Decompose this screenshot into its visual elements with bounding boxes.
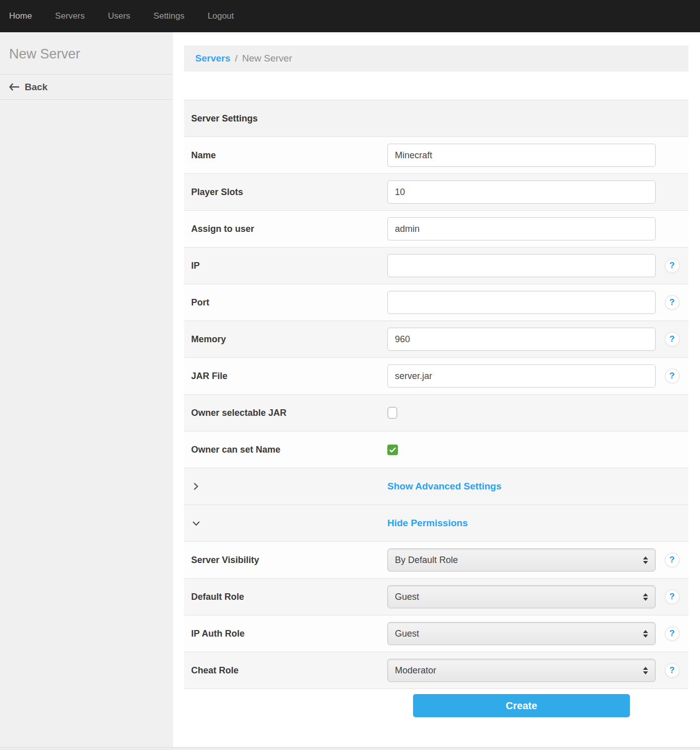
field-control-cell: Guest bbox=[387, 622, 656, 645]
field-control-cell bbox=[387, 328, 656, 351]
owner-selectable-jar-checkbox[interactable] bbox=[387, 407, 397, 419]
memory-input[interactable] bbox=[387, 328, 656, 351]
field-control-cell: By Default Role bbox=[387, 548, 656, 572]
ip-auth-role-select-value: Guest bbox=[395, 629, 419, 639]
form-row-name: Name bbox=[184, 137, 688, 174]
field-control-cell bbox=[387, 364, 656, 388]
field-label-name: Name bbox=[191, 150, 216, 161]
field-help-cell: ? bbox=[656, 663, 688, 678]
field-label-owner-can-set-name: Owner can set Name bbox=[191, 445, 280, 455]
form-row-cheat-role: Cheat RoleModerator? bbox=[184, 652, 688, 689]
field-label-cell: Cheat Role bbox=[184, 665, 387, 676]
toggle-chevron-cell bbox=[184, 519, 387, 528]
field-control-cell bbox=[387, 217, 656, 240]
breadcrumb-link-servers[interactable]: Servers bbox=[195, 53, 230, 64]
field-help-cell: ? bbox=[656, 368, 688, 384]
field-help-cell: ? bbox=[656, 552, 688, 568]
default-role-select[interactable]: Guest bbox=[387, 585, 656, 608]
nav-item-servers[interactable]: Servers bbox=[55, 11, 85, 21]
form-section-title: Server Settings bbox=[191, 113, 258, 124]
owner-can-set-name-checkbox[interactable] bbox=[387, 445, 398, 455]
field-label-ip: IP bbox=[191, 261, 200, 271]
main-content: Servers / New Server Server Settings Nam… bbox=[173, 32, 700, 750]
form-row-hide-permissions: Hide Permissions bbox=[184, 505, 688, 542]
field-label-cell: JAR File bbox=[184, 371, 387, 382]
field-label-memory: Memory bbox=[191, 334, 226, 345]
name-input[interactable] bbox=[387, 144, 656, 167]
nav-item-home[interactable]: Home bbox=[9, 11, 32, 21]
field-control-cell bbox=[387, 291, 656, 314]
form-row-owner-selectable-jar: Owner selectable JAR bbox=[184, 395, 688, 431]
chevron-down-icon[interactable] bbox=[191, 519, 201, 528]
field-label-cell: Memory bbox=[184, 334, 387, 345]
toggle-chevron-cell bbox=[184, 482, 387, 491]
memory-help-icon[interactable]: ? bbox=[665, 332, 680, 347]
field-control-cell bbox=[387, 407, 656, 419]
field-label-cell: Server Visibility bbox=[184, 555, 387, 566]
cheat-role-help-icon[interactable]: ? bbox=[665, 663, 680, 678]
cheat-role-select-value: Moderator bbox=[395, 665, 436, 676]
toggle-show-advanced-settings[interactable]: Show Advanced Settings bbox=[387, 481, 501, 492]
ip-help-icon[interactable]: ? bbox=[665, 258, 680, 273]
port-input[interactable] bbox=[387, 291, 656, 314]
select-arrows-icon bbox=[643, 667, 648, 674]
player-slots-input[interactable] bbox=[387, 180, 656, 204]
form-row-show-advanced-settings: Show Advanced Settings bbox=[184, 468, 688, 505]
field-help-cell: ? bbox=[656, 626, 688, 641]
chevron-right-icon[interactable] bbox=[191, 482, 200, 491]
field-control-cell: Moderator bbox=[387, 659, 656, 682]
field-label-cell: Port bbox=[184, 297, 387, 308]
field-label-cell: Default Role bbox=[184, 592, 387, 602]
field-control-cell bbox=[387, 144, 656, 167]
form-section-header: Server Settings bbox=[184, 100, 688, 137]
field-label-cell: Player Slots bbox=[184, 187, 387, 198]
ip-auth-role-help-icon[interactable]: ? bbox=[665, 626, 680, 641]
page-bottom-divider bbox=[0, 747, 700, 750]
field-label-cell: IP Auth Role bbox=[184, 629, 387, 639]
field-label-assign-to-user: Assign to user bbox=[191, 224, 254, 234]
jar-file-help-icon[interactable]: ? bbox=[665, 368, 680, 384]
default-role-help-icon[interactable]: ? bbox=[665, 589, 680, 604]
server-visibility-select-value: By Default Role bbox=[395, 555, 458, 566]
form-row-jar-file: JAR File? bbox=[184, 358, 688, 395]
field-control-cell bbox=[387, 445, 656, 455]
server-visibility-help-icon[interactable]: ? bbox=[665, 552, 680, 568]
cheat-role-select[interactable]: Moderator bbox=[387, 659, 656, 682]
field-label-cell: Owner can set Name bbox=[184, 445, 387, 455]
page-title: New Server bbox=[0, 32, 173, 74]
server-visibility-select[interactable]: By Default Role bbox=[387, 548, 656, 572]
form-row-default-role: Default RoleGuest? bbox=[184, 579, 688, 615]
form-row-port: Port? bbox=[184, 284, 688, 321]
assign-to-user-input[interactable] bbox=[387, 217, 656, 240]
back-label: Back bbox=[25, 82, 47, 93]
nav-item-users[interactable]: Users bbox=[108, 11, 130, 21]
jar-file-input[interactable] bbox=[387, 364, 656, 388]
field-label-cheat-role: Cheat Role bbox=[191, 665, 239, 676]
ip-input[interactable] bbox=[387, 254, 656, 277]
field-label-player-slots: Player Slots bbox=[191, 187, 243, 198]
form-row-player-slots: Player Slots bbox=[184, 174, 688, 211]
field-label-port: Port bbox=[191, 297, 209, 308]
select-arrows-icon bbox=[643, 630, 648, 638]
breadcrumb: Servers / New Server bbox=[184, 45, 688, 72]
back-button[interactable]: Back bbox=[0, 74, 173, 100]
default-role-select-value: Guest bbox=[395, 592, 419, 602]
port-help-icon[interactable]: ? bbox=[665, 295, 680, 310]
field-label-cell: Name bbox=[184, 150, 387, 161]
field-label-owner-selectable-jar: Owner selectable JAR bbox=[191, 408, 286, 418]
select-arrows-icon bbox=[643, 556, 648, 564]
server-settings-form: Server Settings NamePlayer SlotsAssign t… bbox=[184, 100, 688, 717]
field-label-cell: Assign to user bbox=[184, 224, 387, 234]
field-control-cell: Show Advanced Settings bbox=[387, 481, 656, 492]
create-button[interactable]: Create bbox=[413, 694, 630, 717]
sidebar: New Server Back bbox=[0, 32, 173, 750]
field-help-cell: ? bbox=[656, 332, 688, 347]
field-control-cell bbox=[387, 254, 656, 277]
select-arrows-icon bbox=[643, 593, 648, 601]
toggle-hide-permissions[interactable]: Hide Permissions bbox=[387, 518, 468, 529]
field-help-cell: ? bbox=[656, 258, 688, 273]
ip-auth-role-select[interactable]: Guest bbox=[387, 622, 656, 645]
field-help-cell: ? bbox=[656, 295, 688, 310]
nav-item-settings[interactable]: Settings bbox=[153, 11, 184, 21]
nav-item-logout[interactable]: Logout bbox=[208, 11, 234, 21]
